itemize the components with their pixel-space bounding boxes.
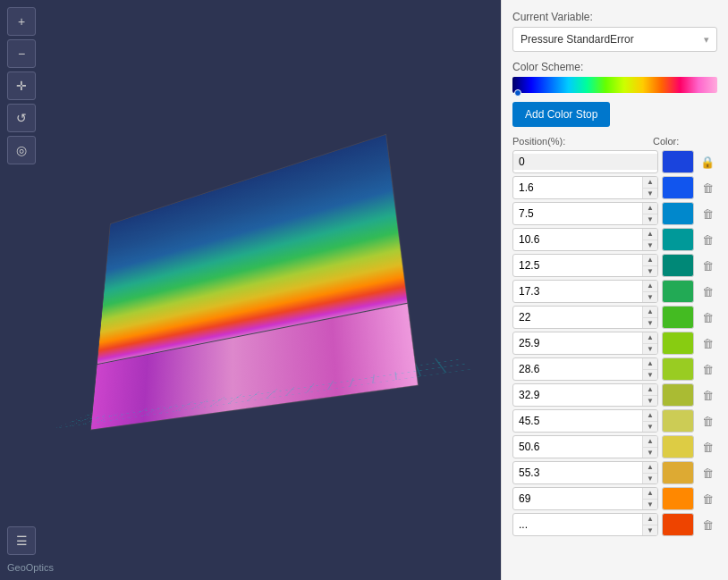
compass-button[interactable]: ◎ [7,136,36,164]
color-swatch[interactable] [662,280,694,303]
variable-dropdown[interactable]: Pressure StandardError ▾ [512,27,717,52]
color-swatch[interactable] [662,435,694,458]
zoom-in-button[interactable]: + [7,7,36,36]
position-input[interactable] [513,361,642,377]
color-stop-row: ▲ ▼ 🗑 [512,513,717,536]
position-input[interactable] [513,439,642,455]
spin-down-button[interactable]: ▼ [643,525,657,536]
position-input[interactable] [513,283,642,299]
delete-button[interactable]: 🗑 [698,230,717,249]
position-input[interactable] [513,206,642,222]
delete-button[interactable]: 🗑 [698,204,717,223]
position-input-wrap: ▲ ▼ [512,306,658,329]
position-input[interactable] [513,154,657,170]
color-swatch[interactable] [662,202,694,225]
spin-up-button[interactable]: ▲ [643,514,657,525]
spin-down-button[interactable]: ▼ [643,369,657,381]
variable-label: Current Variable: [512,11,717,23]
spin-down-button[interactable]: ▼ [643,473,657,484]
delete-button[interactable]: 🗑 [698,385,717,405]
spin-up-button[interactable]: ▲ [643,488,657,499]
position-input-wrap: ▲ ▼ [512,487,658,510]
color-swatch[interactable] [662,409,694,433]
add-color-stop-button[interactable]: Add Color Stop [512,102,610,127]
layers-icon[interactable]: ☰ [7,526,36,555]
position-input-wrap: ▲ ▼ [512,202,658,225]
spin-up-button[interactable]: ▲ [643,410,657,421]
delete-button[interactable]: 🗑 [698,359,717,379]
position-input[interactable] [513,231,642,248]
color-swatch[interactable] [662,254,694,277]
spin-up-button[interactable]: ▲ [643,332,657,343]
reset-button[interactable]: ↺ [7,104,36,132]
position-input-wrap: ▲ ▼ [512,409,658,433]
spin-down-button[interactable]: ▼ [643,317,657,329]
spin-down-button[interactable]: ▼ [643,291,657,303]
delete-button[interactable]: 🗑 [698,333,717,353]
delete-button[interactable]: 🗑 [698,178,717,198]
color-swatch[interactable] [662,357,694,381]
delete-button[interactable]: 🗑 [698,463,717,483]
position-input-wrap: ▲ ▼ [512,513,658,536]
spin-down-button[interactable]: ▼ [643,188,657,199]
position-input-wrap: ▲ ▼ [512,176,658,199]
spin-down-button[interactable]: ▼ [643,395,657,407]
spin-up-button[interactable]: ▲ [643,229,657,240]
spin-up-button[interactable]: ▲ [643,281,657,291]
color-swatch[interactable] [662,332,694,355]
position-input[interactable] [513,413,642,429]
position-input[interactable] [513,465,642,481]
position-input[interactable] [513,491,642,507]
spin-up-button[interactable]: ▲ [643,177,657,188]
color-stop-row: ▲ ▼ 🗑 [512,332,717,355]
spin-up-button[interactable]: ▲ [643,255,657,265]
delete-button[interactable]: 🗑 [698,515,717,534]
color-stop-row: ▲ ▼ 🗑 [512,383,717,407]
position-input[interactable] [513,517,642,533]
pan-button[interactable]: ✛ [7,71,36,100]
spin-up-button[interactable]: ▲ [643,307,657,317]
color-scheme-bar[interactable] [512,77,717,93]
position-input[interactable] [513,309,642,325]
position-input[interactable] [513,180,642,196]
color-swatch[interactable] [662,487,694,510]
color-stop-row: ▲ ▼ 🗑 [512,202,717,225]
color-swatch[interactable] [662,176,694,199]
spin-down-button[interactable]: ▼ [643,265,657,277]
delete-button[interactable]: 🗑 [698,437,717,457]
map-viewport[interactable] [0,0,501,580]
spin-buttons: ▲ ▼ [642,488,657,509]
spin-down-button[interactable]: ▼ [643,421,657,433]
color-swatch[interactable] [662,383,694,407]
spin-down-button[interactable]: ▼ [643,214,657,225]
spin-up-button[interactable]: ▲ [643,384,657,395]
position-input[interactable] [513,335,642,351]
color-swatch[interactable] [662,228,694,251]
position-input-wrap: ▲ ▼ [512,332,658,355]
color-swatch[interactable] [662,150,694,173]
spin-up-button[interactable]: ▲ [643,462,657,473]
color-swatch[interactable] [662,513,694,536]
zoom-out-button[interactable]: − [7,39,36,68]
spin-down-button[interactable]: ▼ [643,240,657,251]
delete-button[interactable]: 🗑 [698,411,717,431]
spin-up-button[interactable]: ▲ [643,358,657,369]
spin-up-button[interactable]: ▲ [643,203,657,214]
chevron-down-icon: ▾ [704,34,709,46]
position-input[interactable] [513,257,642,273]
spin-up-button[interactable]: ▲ [643,436,657,447]
delete-button[interactable]: 🗑 [698,282,717,301]
spin-down-button[interactable]: ▼ [643,447,657,458]
color-swatch[interactable] [662,306,694,329]
layers-button[interactable]: ☰ [7,526,36,555]
brand-left: GeoOptics [7,562,54,573]
spin-down-button[interactable]: ▼ [643,499,657,510]
delete-button[interactable]: 🗑 [698,307,717,327]
delete-button[interactable]: 🗑 [698,489,717,509]
spin-down-button[interactable]: ▼ [643,343,657,355]
position-input[interactable] [513,387,642,403]
lock-button[interactable]: 🔒 [698,152,717,172]
color-swatch[interactable] [662,461,694,484]
delete-button[interactable]: 🗑 [698,256,717,275]
spin-buttons: ▲ ▼ [642,384,657,406]
